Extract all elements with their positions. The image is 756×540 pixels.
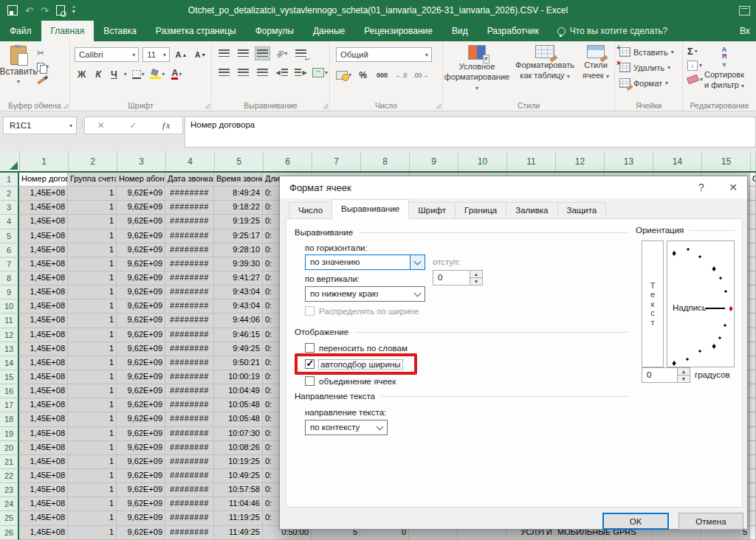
cell[interactable]: 1,45E+08 [19, 469, 68, 483]
cell[interactable]: 11:04:46 [214, 497, 263, 511]
cell[interactable]: 1 [68, 201, 117, 215]
cell[interactable]: 9,62E+09 [117, 201, 165, 215]
cell[interactable] [750, 356, 756, 370]
cell[interactable] [750, 441, 756, 455]
paste-button[interactable]: Вставить ▾ [0, 41, 37, 86]
row-header-17[interactable]: 17 [0, 398, 19, 412]
orientation-icon[interactable]: ab▾ [274, 46, 289, 60]
ribbon-tab-5[interactable]: Данные [303, 21, 354, 41]
column-header-12[interactable]: 12 [556, 152, 605, 171]
format-cells-button[interactable]: Формат▾ [615, 75, 682, 91]
cell[interactable]: 1 [68, 342, 117, 356]
cell[interactable]: 9:43:04 [214, 285, 263, 300]
increase-indent-icon[interactable]: ▶ [293, 66, 309, 80]
cell[interactable]: 1 [68, 469, 117, 483]
cell[interactable]: 1 [68, 441, 117, 455]
column-header-16[interactable] [751, 152, 756, 171]
cell[interactable]: 9:46:15 [214, 328, 263, 342]
row-header-4[interactable]: 4 [0, 215, 19, 229]
cell[interactable]: ######## [165, 427, 214, 441]
cell[interactable]: 10:19:25 [214, 455, 263, 469]
cell[interactable]: 9,62E+09 [117, 300, 165, 314]
row-header-20[interactable]: 20 [0, 441, 19, 455]
cell[interactable] [750, 511, 756, 525]
row-header-15[interactable]: 15 [0, 370, 19, 384]
row-header-7[interactable]: 7 [0, 257, 19, 271]
dialog-tab-1[interactable]: Выравнивание [331, 199, 409, 219]
dialog-close-icon[interactable]: ✕ [725, 181, 741, 194]
cell[interactable]: 9,62E+09 [117, 328, 165, 342]
cell[interactable]: 9,62E+09 [117, 469, 165, 483]
underline-dropdown-icon[interactable]: ▾ [124, 71, 127, 77]
spinner-arrows-icon[interactable]: ▲▼ [470, 271, 482, 285]
column-header-8[interactable]: 8 [361, 152, 410, 171]
cell[interactable]: 1 [68, 370, 117, 384]
column-header-13[interactable]: 13 [605, 152, 653, 171]
font-size-select[interactable]: 11▾ [142, 47, 170, 62]
ribbon-display-options-icon[interactable] [739, 6, 750, 15]
wrap-text-icon[interactable] [293, 46, 309, 60]
cell[interactable] [750, 342, 756, 356]
cell[interactable]: 1,45E+08 [19, 257, 68, 271]
font-dialog-launcher-icon[interactable]: ◿ [205, 103, 210, 109]
spinner-arrows-icon[interactable]: ▲▼ [677, 368, 690, 382]
cell[interactable]: 1,45E+08 [19, 328, 68, 342]
column-header-7[interactable]: 7 [312, 152, 361, 171]
cell[interactable]: 9,62E+09 [117, 187, 165, 201]
chevron-down-icon[interactable] [373, 420, 387, 435]
cell-styles-button[interactable]: Стилиячеек ▾ [579, 41, 613, 111]
row-header-21[interactable]: 21 [0, 455, 19, 469]
cell[interactable]: 1 [68, 526, 117, 540]
row-header-24[interactable]: 24 [0, 497, 19, 511]
copy-icon[interactable]: ▾ [37, 61, 49, 72]
clipboard-dialog-launcher-icon[interactable]: ◿ [63, 103, 68, 109]
cell[interactable]: 1 [68, 398, 117, 412]
cell[interactable] [750, 483, 756, 497]
cell[interactable]: 10:57:58 [214, 483, 263, 497]
cell[interactable]: 9,62E+09 [117, 526, 165, 540]
fill-color-icon[interactable]: ▾ [150, 67, 165, 81]
tell-me-box[interactable]: Что вы хотите сделать? [549, 21, 677, 41]
cell[interactable]: 10:05:48 [214, 398, 263, 412]
cell[interactable]: 9:39:30 [214, 257, 263, 271]
cell[interactable]: 1 [68, 300, 117, 314]
align-bottom-icon[interactable] [255, 46, 270, 60]
cell[interactable]: 8:49:24 [214, 187, 263, 201]
cell[interactable] [750, 271, 756, 285]
wrap-text-checkbox[interactable]: переносить по словам [305, 343, 408, 353]
cancel-button[interactable]: Отмена [678, 513, 743, 530]
format-painter-icon[interactable] [37, 75, 49, 86]
enter-entry-icon[interactable]: ✓ [129, 120, 137, 131]
cell[interactable]: 9,62E+09 [117, 427, 165, 441]
conditional-formatting-button[interactable]: Условноеформатирование ▾ [443, 41, 511, 111]
cell[interactable]: ######## [165, 215, 214, 229]
cell[interactable]: ######## [165, 455, 214, 469]
cell[interactable]: ######## [165, 285, 214, 300]
cell[interactable]: 9,62E+09 [117, 370, 165, 384]
cell[interactable]: 9,62E+09 [117, 271, 165, 285]
cell[interactable]: 9:41:27 [214, 271, 263, 285]
cell[interactable]: 1,45E+08 [19, 356, 68, 370]
font-name-select[interactable]: Calibri▾ [75, 47, 139, 62]
cell[interactable]: 1,45E+08 [19, 483, 68, 497]
cell[interactable]: 9,62E+09 [117, 398, 165, 412]
cell[interactable]: 9:49:25 [214, 342, 263, 356]
cell[interactable]: 9:50:21 [214, 356, 263, 370]
cell[interactable]: ######## [165, 300, 214, 314]
cell[interactable]: 1 [68, 229, 117, 243]
qat-customize-icon[interactable]: ▾ [72, 7, 75, 15]
row-header-10[interactable]: 10 [0, 300, 19, 314]
ribbon-tab-6[interactable]: Рецензирование [354, 21, 442, 41]
row-header-1[interactable]: 1 [0, 173, 19, 187]
cell[interactable]: 1,45E+08 [19, 412, 68, 426]
cell[interactable]: 1 [68, 455, 117, 469]
cell[interactable]: 1 [68, 497, 117, 511]
row-header-25[interactable]: 25 [0, 511, 19, 525]
cell[interactable]: 9,62E+09 [117, 342, 165, 356]
cell[interactable] [750, 285, 756, 300]
cell[interactable]: 9,62E+09 [117, 243, 165, 257]
cell[interactable]: 9,62E+09 [117, 412, 165, 426]
format-as-table-button[interactable]: Форматироватькак таблицу ▾ [511, 41, 579, 111]
dialog-tab-3[interactable]: Граница [455, 202, 506, 219]
cell[interactable]: 10:00:19 [214, 370, 263, 384]
